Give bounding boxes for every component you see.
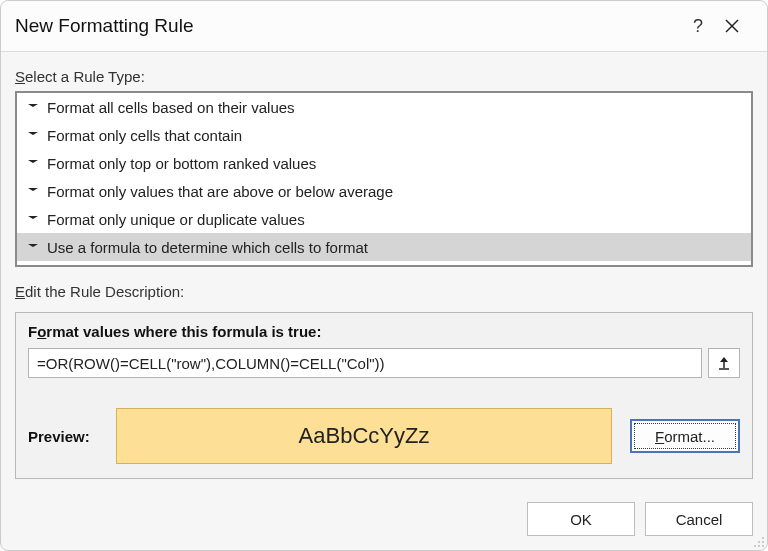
rule-type-label: Use a formula to determine which cells t… [47, 239, 368, 256]
rule-type-label: Format only values that are above or bel… [47, 183, 393, 200]
preview-swatch: AaBbCcYyZz [116, 408, 612, 464]
rule-type-label: Format all cells based on their values [47, 99, 295, 116]
format-button[interactable]: Format... [630, 419, 740, 453]
close-button[interactable] [715, 11, 749, 41]
rule-type-label: Format only cells that contain [47, 127, 242, 144]
svg-marker-4 [28, 160, 38, 163]
rule-type-item-top-bottom[interactable]: Format only top or bottom ranked values [17, 149, 751, 177]
preview-label: Preview: [28, 428, 98, 445]
svg-point-11 [762, 537, 764, 539]
ok-button[interactable]: OK [527, 502, 635, 536]
formula-label: Format values where this formula is true… [28, 323, 740, 340]
new-formatting-rule-dialog: New Formatting Rule ? Select a Rule Type… [0, 0, 768, 551]
svg-marker-6 [28, 216, 38, 219]
dialog-footer: OK Cancel [1, 490, 767, 550]
rule-type-item-unique-duplicate[interactable]: Format only unique or duplicate values [17, 205, 751, 233]
bullet-icon [25, 242, 41, 252]
bullet-icon [25, 186, 41, 196]
dialog-title: New Formatting Rule [15, 15, 681, 37]
title-bar: New Formatting Rule ? [1, 1, 767, 52]
svg-marker-3 [28, 132, 38, 135]
formula-input[interactable] [28, 348, 702, 378]
rule-type-label: Format only top or bottom ranked values [47, 155, 316, 172]
svg-marker-2 [28, 104, 38, 107]
bullet-icon [25, 130, 41, 140]
svg-point-14 [754, 545, 756, 547]
cancel-button[interactable]: Cancel [645, 502, 753, 536]
svg-marker-5 [28, 188, 38, 191]
svg-point-16 [762, 545, 764, 547]
collapse-dialog-icon [717, 356, 731, 370]
resize-grip-icon[interactable] [751, 534, 765, 548]
rule-type-item-above-below-avg[interactable]: Format only values that are above or bel… [17, 177, 751, 205]
rule-type-label: Format only unique or duplicate values [47, 211, 305, 228]
rule-type-item-formula[interactable]: Use a formula to determine which cells t… [17, 233, 751, 261]
edit-rule-description-label: Edit the Rule Description: [15, 283, 753, 300]
rule-type-list[interactable]: Format all cells based on their values F… [15, 91, 753, 267]
rule-type-item-cells-contain[interactable]: Format only cells that contain [17, 121, 751, 149]
svg-marker-9 [720, 357, 728, 362]
bullet-icon [25, 214, 41, 224]
range-picker-button[interactable] [708, 348, 740, 378]
svg-point-13 [762, 541, 764, 543]
svg-marker-7 [28, 244, 38, 247]
svg-point-12 [758, 541, 760, 543]
bullet-icon [25, 158, 41, 168]
svg-point-15 [758, 545, 760, 547]
help-button[interactable]: ? [681, 11, 715, 41]
dialog-body: Select a Rule Type: Format all cells bas… [1, 52, 767, 490]
bullet-icon [25, 102, 41, 112]
select-rule-type-label: Select a Rule Type: [15, 68, 753, 85]
rule-type-item-all-cells[interactable]: Format all cells based on their values [17, 93, 751, 121]
rule-description-box: Format values where this formula is true… [15, 312, 753, 479]
close-icon [725, 19, 739, 33]
